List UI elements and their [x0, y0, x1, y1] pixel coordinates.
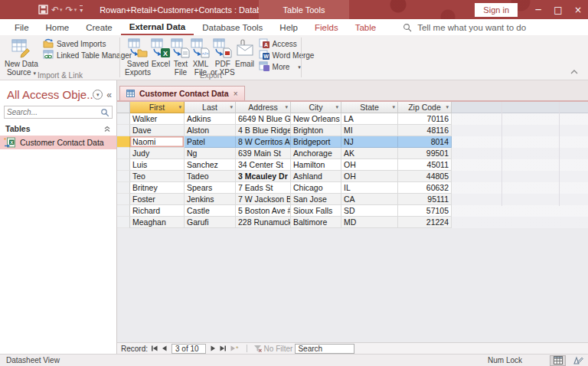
save-icon[interactable]: [38, 5, 48, 15]
nav-section-tables[interactable]: Tables: [0, 121, 116, 136]
column-dropdown-icon[interactable]: ▾: [392, 104, 395, 110]
word-merge-button[interactable]: W Word Merge: [257, 50, 316, 61]
table-cell[interactable]: 228 Runamuck: [236, 217, 291, 228]
table-cell[interactable]: Walker: [130, 113, 185, 125]
table-cell[interactable]: IL: [341, 182, 398, 194]
select-all-corner[interactable]: [117, 102, 130, 113]
no-filter-button[interactable]: No Filter: [253, 345, 293, 353]
table-cell[interactable]: Adkins: [185, 113, 236, 125]
table-cell[interactable]: SD: [341, 205, 398, 217]
row-selector[interactable]: [117, 148, 130, 159]
table-cell[interactable]: Ng: [185, 148, 236, 159]
table-cell[interactable]: 8 W Cerritos Av: [236, 136, 291, 148]
table-cell[interactable]: LA: [341, 113, 398, 125]
table-cell[interactable]: Britney: [130, 182, 185, 194]
table-cell[interactable]: 45011: [398, 159, 452, 171]
table-cell[interactable]: 6649 N Blue Gu: [236, 113, 291, 125]
shutter-bar-close-icon[interactable]: «: [106, 90, 112, 100]
column-dropdown-icon[interactable]: ▾: [178, 104, 181, 110]
table-cell[interactable]: OH: [341, 171, 398, 182]
customize-qat-icon[interactable]: ▾: [80, 5, 83, 14]
tab-table[interactable]: Table: [347, 19, 385, 35]
table-cell[interactable]: 21224: [398, 217, 452, 228]
nav-pane-menu-icon[interactable]: ▾: [93, 90, 103, 100]
table-cell[interactable]: CA: [341, 194, 398, 205]
table-cell[interactable]: Hamilton: [291, 159, 341, 171]
table-cell[interactable]: Judy: [130, 148, 185, 159]
column-dropdown-icon[interactable]: ▾: [446, 104, 449, 110]
current-record-indicator[interactable]: 3 of 10: [172, 344, 206, 354]
table-cell[interactable]: NJ: [341, 136, 398, 148]
table-cell[interactable]: 34 Center St: [236, 159, 291, 171]
column-header-first[interactable]: First▾: [130, 102, 185, 113]
column-header-city[interactable]: City▾: [291, 102, 341, 113]
close-button[interactable]: ×: [568, 0, 588, 19]
undo-icon[interactable]: ↶▾: [51, 5, 63, 15]
table-cell[interactable]: Luis: [130, 159, 185, 171]
table-cell[interactable]: 44805: [398, 171, 452, 182]
table-cell[interactable]: OH: [341, 159, 398, 171]
redo-icon[interactable]: ↷▾: [66, 5, 77, 15]
table-cell[interactable]: Patel: [185, 136, 236, 148]
last-record-button[interactable]: [219, 345, 227, 352]
table-cell[interactable]: Richard: [130, 205, 185, 217]
table-cell[interactable]: Alston: [185, 125, 236, 136]
design-view-button[interactable]: [570, 355, 586, 366]
table-cell[interactable]: Foster: [130, 194, 185, 205]
tab-fields[interactable]: Fields: [306, 19, 347, 35]
record-search-input[interactable]: [295, 344, 354, 354]
row-selector[interactable]: [117, 194, 130, 205]
maximize-button[interactable]: □: [548, 0, 568, 19]
table-cell[interactable]: 7 Eads St: [236, 182, 291, 194]
tab-home[interactable]: Home: [38, 19, 78, 35]
table-cell[interactable]: 7 W Jackson Blv: [236, 194, 291, 205]
table-cell[interactable]: Chicago: [291, 182, 341, 194]
table-cell[interactable]: Anchorage: [291, 148, 341, 159]
previous-record-button[interactable]: [161, 345, 168, 352]
row-selector[interactable]: [117, 125, 130, 136]
undo-dropdown-icon[interactable]: ▾: [60, 7, 63, 13]
table-cell[interactable]: Sioux Falls: [291, 205, 341, 217]
table-cell[interactable]: Sanchez: [185, 159, 236, 171]
table-cell[interactable]: Spears: [185, 182, 236, 194]
table-cell[interactable]: New Orleans: [291, 113, 341, 125]
table-cell[interactable]: MD: [341, 217, 398, 228]
tab-external-data[interactable]: External Data: [121, 19, 194, 35]
nav-search-box[interactable]: [4, 106, 113, 119]
table-cell[interactable]: Tadeo: [185, 171, 236, 182]
tab-file[interactable]: File: [6, 19, 38, 35]
nav-item-customer-contact-data[interactable]: X* Customer Contact Data: [0, 136, 116, 149]
table-cell[interactable]: 8014: [398, 136, 452, 148]
row-selector[interactable]: [117, 136, 130, 148]
tab-create[interactable]: Create: [77, 19, 121, 35]
table-cell[interactable]: MI: [341, 125, 398, 136]
first-record-button[interactable]: [150, 345, 158, 352]
column-dropdown-icon[interactable]: ▾: [285, 104, 288, 110]
sign-in-button[interactable]: Sign in: [475, 3, 518, 17]
table-cell[interactable]: Meaghan: [130, 217, 185, 228]
table-cell[interactable]: 99501: [398, 148, 452, 159]
column-dropdown-icon[interactable]: ▾: [335, 104, 338, 110]
collapse-ribbon-icon[interactable]: [570, 67, 579, 76]
redo-dropdown-icon[interactable]: ▾: [74, 7, 77, 13]
row-selector[interactable]: [117, 113, 130, 125]
table-cell[interactable]: Jenkins: [185, 194, 236, 205]
table-cell[interactable]: Castle: [185, 205, 236, 217]
table-cell[interactable]: 57105: [398, 205, 452, 217]
tab-help[interactable]: Help: [271, 19, 306, 35]
row-selector[interactable]: [117, 171, 130, 182]
minimize-button[interactable]: ─: [528, 0, 548, 19]
table-cell[interactable]: AK: [341, 148, 398, 159]
row-selector[interactable]: [117, 182, 130, 194]
row-selector[interactable]: [117, 205, 130, 217]
table-cell[interactable]: Baltimore: [291, 217, 341, 228]
export-access-button[interactable]: A Access: [257, 38, 316, 50]
datasheet-view-button[interactable]: [550, 355, 566, 366]
table-cell[interactable]: 70116: [398, 113, 452, 125]
tell-me-box[interactable]: Tell me what you want to do: [403, 19, 526, 35]
table-cell[interactable]: 3 Mcauley Dr: [236, 171, 291, 182]
table-cell[interactable]: Teo: [130, 171, 185, 182]
table-cell[interactable]: San Jose: [291, 194, 341, 205]
table-cell[interactable]: Naomi: [130, 136, 185, 148]
table-cell[interactable]: Dave: [130, 125, 185, 136]
